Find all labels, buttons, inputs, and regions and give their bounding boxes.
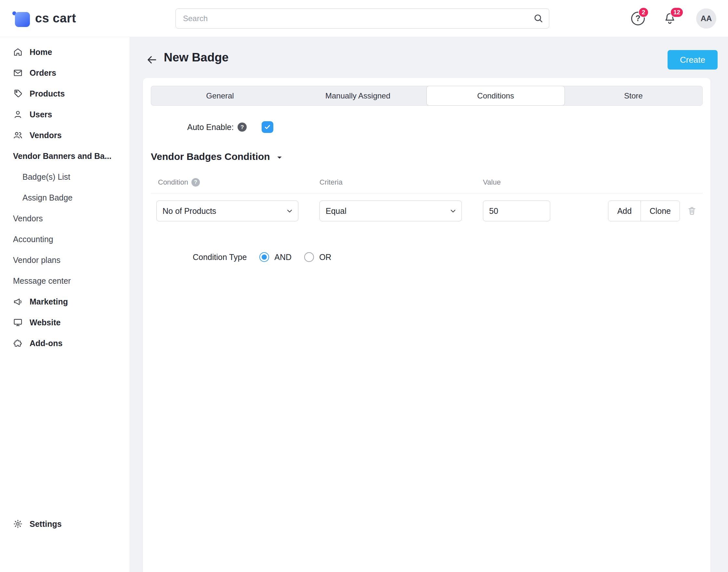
- sidebar-item-vendors-sub[interactable]: Vendors: [0, 208, 130, 229]
- sidebar-item-label: Products: [29, 89, 65, 98]
- website-icon: [13, 317, 23, 327]
- condition-select-value: No of Products: [162, 206, 216, 216]
- row-actions: Add Clone: [608, 201, 703, 221]
- condition-select[interactable]: No of Products: [156, 201, 298, 221]
- value-input[interactable]: [483, 201, 550, 221]
- notifications-button[interactable]: 12: [661, 10, 678, 27]
- clone-button[interactable]: Clone: [641, 201, 679, 221]
- sidebar-item-settings[interactable]: Settings: [0, 513, 130, 534]
- sidebar-item-addons[interactable]: Add-ons: [0, 333, 130, 354]
- auto-enable-help-icon[interactable]: ?: [237, 123, 247, 132]
- back-button[interactable]: [145, 53, 159, 67]
- tab-general[interactable]: General: [151, 86, 289, 105]
- sidebar-item-label: Message center: [13, 276, 71, 286]
- sidebar-item-label: Vendors: [13, 214, 43, 223]
- column-condition-label: Condition: [158, 178, 188, 187]
- help-badge: 2: [638, 7, 649, 17]
- create-button[interactable]: Create: [667, 50, 718, 70]
- add-button[interactable]: Add: [608, 201, 640, 221]
- logo-square-icon: [15, 12, 30, 27]
- search-box: [175, 8, 549, 28]
- sidebar-item-vendor-banners-and-badges[interactable]: Vendor Banners and Ba...: [0, 146, 130, 166]
- auto-enable-row: Auto Enable: ?: [151, 119, 703, 135]
- marketing-icon: [13, 297, 23, 306]
- column-criteria: Criteria: [319, 176, 343, 188]
- avatar[interactable]: AA: [696, 8, 716, 28]
- page-title: New Badge: [164, 51, 228, 64]
- delete-button[interactable]: [681, 201, 703, 221]
- sidebar-item-home[interactable]: Home: [0, 42, 130, 62]
- section-title: Vendor Badges Condition: [151, 151, 270, 162]
- sidebar-item-vendor-plans[interactable]: Vendor plans: [0, 249, 130, 270]
- sidebar-item-label: Badge(s) List: [22, 172, 70, 182]
- sidebar-item-label: Settings: [29, 519, 62, 529]
- sidebar-item-label: Assign Badge: [22, 193, 72, 203]
- trash-icon: [687, 206, 697, 216]
- tab-store[interactable]: Store: [565, 86, 702, 105]
- cscart-logo-icon: [12, 10, 30, 27]
- sidebar-item-label: Vendor Banners and Ba...: [13, 151, 112, 161]
- tab-bar: General Manually Assigned Conditions Sto…: [151, 86, 703, 105]
- topbar: cs cart ? 2 12 AA: [0, 0, 728, 37]
- condition-row: No of Products Equal Add Clone: [151, 201, 703, 221]
- search-button[interactable]: [532, 13, 544, 24]
- sidebar-item-marketing[interactable]: Marketing: [0, 291, 130, 312]
- condition-help-icon[interactable]: ?: [192, 178, 200, 187]
- orders-icon: [13, 68, 23, 78]
- column-value: Value: [483, 176, 501, 188]
- notifications-badge: 12: [670, 7, 683, 17]
- search-input[interactable]: [175, 8, 549, 28]
- content-card: General Manually Assigned Conditions Sto…: [143, 78, 711, 572]
- sidebar-item-assign-badge[interactable]: Assign Badge: [0, 187, 130, 208]
- search-icon: [533, 13, 543, 23]
- sidebar-item-website[interactable]: Website: [0, 312, 130, 333]
- sidebar-item-label: Accounting: [13, 235, 53, 244]
- sidebar-item-label: Website: [29, 318, 61, 327]
- sidebar-item-label: Users: [29, 110, 52, 119]
- radio-and[interactable]: [259, 252, 269, 262]
- section-header: Vendor Badges Condition: [151, 151, 703, 162]
- sidebar-item-products[interactable]: Products: [0, 83, 130, 104]
- sidebar-item-label: Vendor plans: [13, 256, 61, 265]
- sidebar-item-badges-list[interactable]: Badge(s) List: [0, 166, 130, 187]
- logo[interactable]: cs cart: [12, 10, 76, 27]
- main-content: New Badge Create General Manually Assign…: [130, 37, 728, 572]
- chevron-down-icon: [449, 207, 457, 215]
- column-condition: Condition ?: [158, 176, 200, 188]
- logo-text: cs cart: [35, 11, 76, 25]
- auto-enable-label: Auto Enable:: [187, 123, 234, 132]
- sidebar-item-orders[interactable]: Orders: [0, 62, 130, 83]
- help-button[interactable]: ? 2: [629, 10, 647, 27]
- radio-or-label: OR: [319, 253, 332, 262]
- tab-conditions[interactable]: Conditions: [426, 86, 565, 105]
- condition-type-label: Condition Type: [193, 253, 247, 262]
- sidebar-item-users[interactable]: Users: [0, 104, 130, 125]
- sidebar: Home Orders Products Users Vendors Vendo…: [0, 37, 130, 572]
- sidebar-item-accounting[interactable]: Accounting: [0, 229, 130, 249]
- sidebar-item-label: Orders: [29, 68, 56, 78]
- auto-enable-checkbox[interactable]: [262, 121, 273, 133]
- sidebar-item-label: Marketing: [29, 297, 68, 306]
- condition-table-header: Condition ? Criteria Value: [151, 176, 703, 193]
- sidebar-item-label: Vendors: [29, 131, 62, 140]
- caret-down-icon[interactable]: [276, 154, 283, 161]
- chevron-down-icon: [286, 207, 293, 215]
- vendors-icon: [13, 130, 23, 140]
- addons-icon: [13, 338, 23, 348]
- arrow-left-icon: [146, 54, 158, 66]
- sidebar-item-label: Add-ons: [29, 339, 62, 348]
- row-button-group: Add Clone: [608, 201, 680, 221]
- tab-manually-assigned[interactable]: Manually Assigned: [289, 86, 427, 105]
- sidebar-item-vendors[interactable]: Vendors: [0, 125, 130, 146]
- app-window: cs cart ? 2 12 AA Home Orders: [0, 0, 728, 572]
- condition-type-row: Condition Type AND OR: [151, 249, 703, 265]
- radio-and-label: AND: [274, 253, 292, 262]
- radio-or[interactable]: [304, 252, 314, 262]
- products-icon: [13, 89, 23, 98]
- criteria-select[interactable]: Equal: [319, 201, 462, 221]
- criteria-select-value: Equal: [325, 206, 347, 216]
- user-icon: [13, 110, 23, 119]
- home-icon: [13, 47, 23, 57]
- checkmark-icon: [264, 123, 271, 131]
- sidebar-item-message-center[interactable]: Message center: [0, 270, 130, 291]
